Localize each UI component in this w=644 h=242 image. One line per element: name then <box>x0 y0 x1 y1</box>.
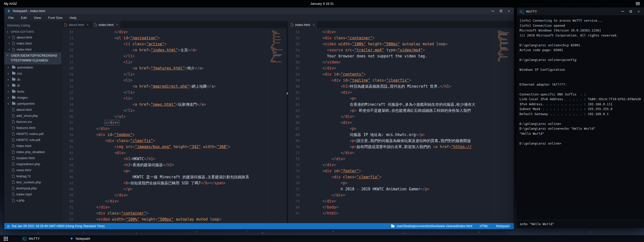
line-number[interactable]: 29 <box>62 71 78 77</box>
line-number[interactable]: 38 <box>62 126 78 132</box>
open-editor-about.html[interactable]: ×about.html <box>4 34 62 40</box>
file-test_sockets.php[interactable]: test_sockets.php <box>4 179 62 185</box>
code-line[interactable]: 68 伺服器 IP 地址為: mcs.hkwtc.org</p> <box>288 132 514 138</box>
tab-about.html[interactable]: about.html× <box>62 21 91 28</box>
line-number[interactable]: 28 <box>62 65 78 71</box>
code-line[interactable]: 26 </li> <box>62 53 287 59</box>
menu-file[interactable]: File <box>8 16 14 20</box>
file-x.php[interactable]: x.php <box>4 197 62 203</box>
line-number[interactable]: 36 <box>62 114 78 120</box>
code-line[interactable]: 35 </li> <box>62 108 287 114</box>
line-number[interactable]: 67 <box>288 126 304 132</box>
maximize-button[interactable] <box>497 8 505 14</box>
line-number[interactable]: 65 <box>288 114 304 120</box>
code-line[interactable]: 66 <div> <box>288 120 514 126</box>
menu-view[interactable]: View <box>34 16 41 20</box>
line-number[interactable]: 73 <box>288 162 304 168</box>
line-number[interactable]: 50 <box>62 198 78 204</box>
code-line[interactable]: 45 <p> <box>62 168 287 174</box>
folder-dl[interactable]: ▸dl <box>4 83 62 89</box>
code-line[interactable]: 52 <div class="container"> <box>62 210 287 216</box>
code-line[interactable]: 79 </div> <box>288 198 514 204</box>
line-number[interactable]: 45 <box>62 168 78 174</box>
code-line[interactable]: 77 © 2018 - 2019 HKWTC Animation Gamer</… <box>288 186 514 192</box>
tab-close-icon[interactable]: × <box>116 23 118 27</box>
line-number[interactable]: 80 <box>288 204 304 210</box>
code-line[interactable]: 65 </div> <box>288 114 514 120</box>
line-number[interactable]: 74 <box>288 168 304 174</box>
code-line[interactable]: 61 <div> <box>288 89 514 95</box>
code-line[interactable]: 47 <b>你知道我們全線伺服器已轉用 SSD 了嗎?</b></span> <box>62 180 287 186</box>
workspace-root[interactable]: ▾ USER:/DESKTOP/SCREENSHOT/TEST/WWW CLEA… <box>4 52 62 64</box>
code-line[interactable]: 48 </p> <box>62 186 287 192</box>
code-line[interactable]: 24 <li class="active"> <box>62 41 287 47</box>
code-line[interactable]: 75 <div class="clearfix"> <box>288 174 514 180</box>
minimap-0[interactable] <box>267 28 287 223</box>
open-editor-index.html[interactable]: ×index.html <box>4 46 62 52</box>
line-number[interactable]: 71 <box>288 150 304 156</box>
line-number[interactable]: 56 <box>288 59 304 65</box>
code-line[interactable]: 44 <h2>香港的建築伺服器</h2> <box>62 162 287 168</box>
code-line[interactable]: 28 <a href="features.html">簡介</a> <box>62 65 287 71</box>
tab-close-icon[interactable]: × <box>87 23 89 27</box>
line-number[interactable]: 54 <box>288 47 304 53</box>
code-line[interactable]: 36 </ul> <box>62 114 287 120</box>
file-index.php_disabled[interactable]: index.php_disabled <box>4 149 62 155</box>
line-number[interactable]: 52 <box>288 35 304 41</box>
line-number[interactable]: 61 <box>288 89 304 95</box>
file-HKWTC rule.pdf[interactable]: HKWTC rule.pdf <box>4 137 62 143</box>
code-lines-0[interactable]: 22 </div>23 <ul id="navigation">24 <li c… <box>62 28 287 223</box>
minimap-1[interactable] <box>495 28 514 223</box>
line-number[interactable]: 23 <box>62 35 78 41</box>
code-line[interactable]: 59 <div id="tagline" class="clearfix"> <box>288 77 514 83</box>
line-number[interactable]: 32 <box>62 89 78 95</box>
line-number[interactable]: 40 <box>62 138 78 144</box>
line-number[interactable]: 53 <box>62 216 78 222</box>
line-number[interactable]: 33 <box>62 95 78 101</box>
code-line[interactable]: 72 </div> <box>288 156 514 162</box>
close-file-icon[interactable]: × <box>8 42 11 45</box>
line-number[interactable]: 48 <box>62 186 78 192</box>
code-line[interactable]: 71 </div> <box>288 150 514 156</box>
close-button[interactable]: × <box>635 9 643 14</box>
line-number[interactable]: 25 <box>62 47 78 53</box>
code-line[interactable]: 81 </html> <box>288 210 514 216</box>
line-number[interactable]: 68 <box>288 132 304 138</box>
line-number[interactable]: 78 <box>288 192 304 198</box>
file-news.html[interactable]: news.html <box>4 167 62 173</box>
code-line[interactable]: 63 在香港的Minecraft 伺服器中,多為小遊戲和純生存的伺服器,較少擁有… <box>288 101 514 108</box>
line-number[interactable]: 27 <box>62 59 78 65</box>
code-line[interactable]: 27 <li> <box>62 59 287 65</box>
line-number[interactable]: 26 <box>62 53 78 59</box>
code-line[interactable]: 30 <li> <box>62 77 287 83</box>
taskbar-item-notepada[interactable]: NotepadA <box>67 235 93 242</box>
menu-edit[interactable]: Edit <box>21 16 27 20</box>
line-number[interactable]: 46 <box>62 174 78 180</box>
close-button[interactable]: × <box>505 8 513 14</box>
editor-pane-left[interactable]: 22 </div>23 <ul id="navigation">24 <li c… <box>62 28 287 223</box>
code-line[interactable]: 60 <h1>特別為建築及鐵路而設,現代化的 Minecraft 世界.</h1… <box>288 83 514 89</box>
file-features.html[interactable]: features.html <box>4 125 62 131</box>
line-number[interactable]: 52 <box>62 210 78 216</box>
line-number[interactable]: 66 <box>288 120 304 126</box>
folder-autostation[interactable]: ▸autostation <box>4 64 62 71</box>
code-line[interactable]: 67 <p> <box>288 126 514 132</box>
line-number[interactable]: 64 <box>288 108 304 114</box>
line-number[interactable]: 31 <box>62 83 78 89</box>
code-line[interactable]: 78 </div> <box>288 192 514 198</box>
menu-font-size[interactable]: Font Size <box>48 16 63 20</box>
code-line[interactable]: 54 <source src="trailer.mp4" type="video… <box>288 47 514 53</box>
code-lines-1[interactable]: 51 </div>52 <div class="container">53 <v… <box>288 28 514 223</box>
code-line[interactable]: 57 </div> <box>288 65 514 71</box>
line-number[interactable]: 63 <box>288 101 304 108</box>
code-line[interactable]: 29 </li> <box>62 71 287 77</box>
file-mapredirect.php[interactable]: mapredirect.php <box>4 161 62 167</box>
line-number[interactable]: 35 <box>62 108 78 114</box>
code-line[interactable]: 34 <a href="news.html">玩家傳送門</a> <box>62 101 287 108</box>
app-launcher-button[interactable] <box>0 235 12 242</box>
code-line[interactable]: 64 <p> 即使你不是建築師,你也能透過紅石師或鐵路工程師的身份加入我們 <box>288 108 514 114</box>
line-number[interactable]: 69 <box>288 138 304 144</box>
code-line[interactable]: 51 </div> <box>62 204 287 210</box>
line-number[interactable]: 24 <box>62 41 78 47</box>
maximize-button[interactable] <box>627 9 635 14</box>
